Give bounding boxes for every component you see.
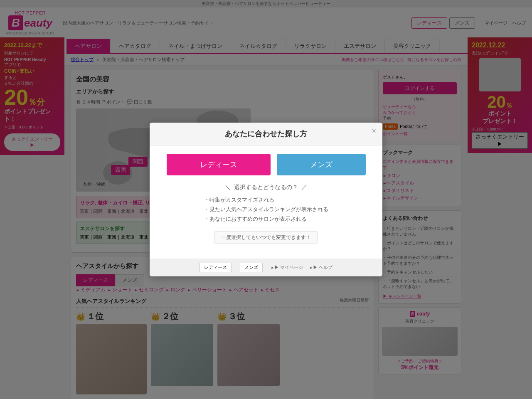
modal-ladies-button[interactable]: レディース	[167, 154, 271, 175]
modal-buttons: レディース メンズ	[158, 154, 374, 175]
modal-overlay[interactable]: あなたに合わせた探し方 × レディース メンズ 選択するとどうなるの？ 特集がカ…	[0, 0, 532, 399]
modal-footer-mens-tab[interactable]: メンズ	[240, 263, 263, 272]
modal-benefits: 特集がカスタマイズされる 見たい人気ヘアスタイルランキングが表示される あなたに…	[204, 196, 328, 225]
modal-mens-button[interactable]: メンズ	[277, 154, 366, 175]
modal-dialog: あなたに合わせた探し方 × レディース メンズ 選択するとどうなるの？ 特集がカ…	[150, 123, 382, 276]
modal-select-label: 選択するとどうなるの？	[158, 184, 374, 191]
modal-benefit-1: 特集がカスタマイズされる	[204, 196, 328, 204]
modal-body: レディース メンズ 選択するとどうなるの？ 特集がカスタマイズされる 見たい人気…	[150, 145, 382, 259]
modal-header: あなたに合わせた探し方 ×	[150, 123, 382, 145]
modal-title: あなたに合わせた探し方	[158, 129, 374, 139]
modal-footer-ladies-tab[interactable]: レディース	[200, 263, 232, 272]
modal-close-button[interactable]: ×	[372, 127, 376, 135]
modal-benefit-3: あなたにおすすめのサロンが表示される	[204, 215, 328, 223]
modal-footer-help[interactable]: ▶ ヘルプ	[310, 264, 333, 271]
modal-benefit-2: 見たい人気ヘアスタイルランキングが表示される	[204, 206, 328, 213]
modal-note: 一度選択してもいつでも変更できます！	[214, 231, 318, 244]
modal-footer: レディース メンズ ▶ マイページ ▶ ヘルプ	[150, 259, 382, 276]
modal-footer-links: ▶ マイページ ▶ ヘルプ	[271, 264, 333, 271]
modal-footer-mypage[interactable]: ▶ マイページ	[271, 264, 303, 271]
